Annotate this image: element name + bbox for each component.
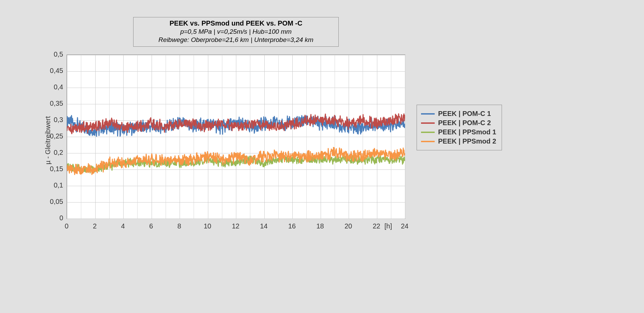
x-tick-label: 16 [285, 222, 299, 230]
x-tick-label: 10 [201, 222, 214, 230]
x-tick-label: 22 [370, 222, 383, 230]
y-tick-label: 0,1 [43, 181, 63, 189]
x-tick-label: 14 [257, 222, 271, 230]
y-tick-label: 0,15 [43, 165, 63, 173]
legend-label: PEEK | PPSmod 2 [438, 137, 496, 145]
plot-area [67, 55, 405, 219]
x-tick-label: 4 [116, 222, 130, 230]
legend-item: PEEK | POM-C 1 [421, 110, 496, 118]
y-tick-label: 0,45 [43, 67, 63, 75]
legend-label: PEEK | PPSmod 1 [438, 128, 496, 136]
legend-label: PEEK | POM-C 2 [438, 119, 491, 127]
legend-item: PEEK | POM-C 2 [421, 119, 496, 127]
grid-line-vertical [405, 55, 405, 219]
x-tick-label: 20 [341, 222, 355, 230]
chart-lines [67, 55, 405, 219]
y-tick-label: 0,25 [43, 132, 63, 140]
chart-title-box: PEEK vs. PPSmod und PEEK vs. POM -C p=0,… [133, 17, 339, 47]
x-tick-label: 6 [144, 222, 158, 230]
x-tick-label: 12 [229, 222, 242, 230]
grid-line-horizontal [67, 219, 405, 219]
y-tick-label: 0,4 [43, 83, 63, 91]
x-tick-label: 24 [398, 222, 411, 230]
chart-subtitle-2: Reibwege: Oberprobe=21,6 km | Unterprobe… [137, 36, 335, 44]
chart-subtitle-1: p=0,5 MPa | v=0,25m/s | Hub=100 mm [137, 28, 335, 35]
x-tick-label: 0 [60, 222, 73, 230]
legend: PEEK | POM-C 1PEEK | POM-C 2PEEK | PPSmo… [417, 105, 502, 150]
legend-swatch [421, 141, 435, 142]
y-tick-label: 0,05 [43, 198, 63, 206]
x-tick-label: 2 [88, 222, 102, 230]
legend-item: PEEK | PPSmod 2 [421, 137, 496, 145]
chart-container: PEEK vs. PPSmod und PEEK vs. POM -C p=0,… [0, 0, 644, 313]
x-axis-unit: [h] [384, 222, 392, 230]
y-tick-label: 0,3 [43, 116, 63, 124]
legend-swatch [421, 113, 435, 115]
chart-title: PEEK vs. PPSmod und PEEK vs. POM -C [137, 19, 335, 27]
y-tick-label: 0,35 [43, 100, 63, 107]
y-tick-label: 0 [43, 214, 63, 222]
legend-label: PEEK | POM-C 1 [438, 110, 491, 118]
y-tick-label: 0,5 [43, 50, 63, 58]
x-tick-label: 8 [172, 222, 186, 230]
x-tick-label: 18 [313, 222, 327, 230]
y-tick-label: 0,2 [43, 149, 63, 156]
legend-swatch [421, 122, 435, 124]
legend-item: PEEK | PPSmod 1 [421, 128, 496, 136]
legend-swatch [421, 132, 435, 133]
